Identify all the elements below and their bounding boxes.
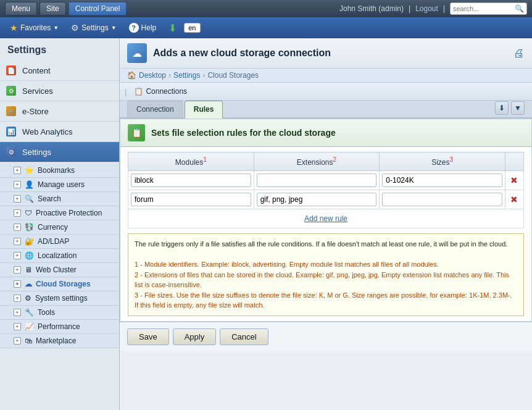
marketplace-icon: 🛍	[25, 337, 32, 345]
row1-delete-btn[interactable]: ✖	[508, 174, 520, 186]
update-nav[interactable]: ⬇	[164, 20, 181, 36]
help-nav[interactable]: ? Help	[124, 21, 162, 35]
services-label: Services	[22, 86, 53, 96]
info-box: The rule triggers only if a file satisfi…	[128, 233, 524, 316]
expand-marketplace[interactable]: +	[14, 337, 21, 345]
sidebar-sub-tools[interactable]: + 🔧 Tools	[0, 306, 119, 320]
row1-extension-input[interactable]	[257, 174, 377, 187]
add-rule-link[interactable]: Add new rule	[131, 212, 521, 225]
download-icon[interactable]: ⬇	[495, 101, 509, 115]
sidebar-sub-adldap[interactable]: + 🔐 AD/LDAP	[0, 235, 119, 249]
sidebar-sub-manage-users[interactable]: + 👤 Manage users	[0, 178, 119, 192]
lang-selector[interactable]: en	[184, 23, 200, 33]
sidebar-item-services[interactable]: ⚙ Services	[0, 81, 119, 101]
sidebar-sub-menu: + ⭐ Bookmarks + 👤 Manage users + 🔍 Searc…	[0, 164, 119, 348]
favorites-chevron: ▼	[53, 25, 59, 31]
control-panel-button[interactable]: Control Panel	[69, 2, 127, 15]
expand-currency[interactable]: +	[14, 224, 21, 231]
sidebar-sub-localization[interactable]: + 🌐 Localization	[0, 249, 119, 263]
breadcrumb-desktop[interactable]: Desktop	[139, 71, 166, 80]
sidebar-sub-proactive[interactable]: + 🛡 Proactive Protection	[0, 206, 119, 220]
expand-cloud[interactable]: +	[14, 280, 21, 288]
user-label: John Smith (admin)	[339, 4, 404, 13]
help-label: Help	[141, 23, 157, 32]
search-box: 🔍	[450, 2, 527, 15]
sidebar-item-estore[interactable]: 🛒 e-Store	[0, 101, 119, 122]
expand-localization[interactable]: +	[14, 252, 21, 259]
performance-label: Performance	[38, 322, 80, 331]
info-warn3: 3 - File sizes. Use the file size suffix…	[135, 291, 512, 309]
main-layout: Settings 📄 Content ⚙ Services 🛒 e-Store	[0, 38, 532, 410]
expand-adldap[interactable]: +	[14, 238, 21, 245]
row2-extension-cell	[254, 190, 380, 209]
add-rule-row: Add new rule	[128, 209, 524, 228]
sidebar-sub-system-settings[interactable]: + ⚙ System settings	[0, 291, 119, 306]
sup3: 3	[450, 156, 454, 163]
tab-connection[interactable]: Connection	[127, 101, 183, 117]
localization-label: Localization	[38, 251, 77, 260]
currency-label: Currency	[38, 223, 68, 232]
sidebar-sub-performance[interactable]: + 📈 Performance	[0, 320, 119, 334]
logout-link[interactable]: Logout	[415, 4, 438, 13]
breadcrumb-settings[interactable]: Settings	[173, 71, 200, 80]
content-icon-wrapper: 📄	[5, 64, 17, 77]
connections-icon: 📋	[134, 87, 143, 96]
sidebar-sub-bookmarks[interactable]: + ⭐ Bookmarks	[0, 164, 119, 178]
expand-search[interactable]: +	[14, 195, 21, 203]
connections-btn[interactable]: 📋 Connections	[129, 85, 192, 98]
breadcrumb: 🏠 Desktop › Settings › Cloud Storages	[120, 69, 532, 83]
manage-users-label: Manage users	[38, 180, 85, 189]
expand-bookmarks[interactable]: +	[14, 167, 21, 174]
expand-tools[interactable]: +	[14, 309, 21, 316]
tools-label: Tools	[38, 308, 55, 317]
apply-button[interactable]: Apply	[173, 328, 217, 345]
breadcrumb-sep2: ›	[202, 71, 205, 80]
row2-extension-input[interactable]	[257, 193, 377, 206]
expand-proactive[interactable]: +	[14, 209, 21, 217]
sidebar-sub-currency[interactable]: + 💱 Currency	[0, 220, 119, 235]
proactive-icon: 🛡	[25, 209, 32, 217]
sidebar-sub-webcluster[interactable]: + 🖥 Web Cluster	[0, 263, 119, 277]
chevron-down-icon[interactable]: ▼	[511, 101, 525, 115]
nav-bar: ★ Favorites ▼ ⚙ Settings ▼ ? Help ⬇ en	[0, 17, 532, 38]
site-button[interactable]: Site	[39, 2, 66, 15]
expand-users[interactable]: +	[14, 181, 21, 188]
expand-webcluster[interactable]: +	[14, 266, 21, 274]
sidebar-sub-cloud-storages[interactable]: + ☁ Cloud Storages	[0, 277, 119, 291]
sidebar-sub-marketplace[interactable]: + 🛍 Marketplace	[0, 334, 119, 348]
help-icon: ?	[129, 23, 139, 33]
toolbar-strip: | 📋 Connections	[120, 83, 532, 101]
col-extensions-header: Extensions2	[254, 153, 380, 171]
sidebar-item-content[interactable]: 📄 Content	[0, 61, 119, 81]
row1-size-input[interactable]	[382, 174, 502, 187]
bookmarks-icon: ⭐	[25, 166, 34, 175]
sidebar-item-settings[interactable]: ⚙ Settings	[0, 142, 119, 162]
expand-performance[interactable]: +	[14, 323, 21, 330]
top-bar: Menu Site Control Panel John Smith (admi…	[0, 0, 532, 17]
row2-size-input[interactable]	[382, 193, 502, 206]
row2-delete-btn[interactable]: ✖	[508, 193, 520, 206]
search-input[interactable]	[453, 5, 515, 12]
row1-module-input[interactable]	[131, 174, 251, 187]
sidebar-sub-search[interactable]: + 🔍 Search	[0, 192, 119, 206]
cloud-storages-label: Cloud Storages	[36, 280, 91, 288]
adldap-label: AD/LDAP	[38, 237, 69, 246]
rules-table: Modules1 Extensions2 Sizes3	[128, 152, 524, 228]
tabs-container: Connection Rules ⬇ ▼	[120, 101, 532, 119]
save-button[interactable]: Save	[127, 328, 169, 345]
settings-nav[interactable]: ⚙ Settings ▼	[66, 21, 121, 35]
estore-label: e-Store	[22, 107, 49, 116]
cancel-button[interactable]: Cancel	[220, 328, 268, 345]
row2-module-input[interactable]	[131, 193, 251, 206]
settings-icon-wrapper: ⚙	[5, 146, 17, 158]
favorites-nav[interactable]: ★ Favorites ▼	[5, 21, 64, 35]
tools-icon: 🔧	[25, 308, 34, 317]
tab-rules[interactable]: Rules	[185, 101, 223, 119]
settings-chevron: ▼	[111, 25, 117, 31]
row2-module-cell	[128, 190, 254, 209]
page-header-action-icon[interactable]: 🖨	[513, 47, 525, 60]
menu-button[interactable]: Menu	[5, 2, 37, 15]
col-modules-header: Modules1	[128, 153, 254, 171]
expand-system[interactable]: +	[14, 295, 21, 302]
sidebar-item-analytics[interactable]: 📊 Web Analytics	[0, 122, 119, 142]
